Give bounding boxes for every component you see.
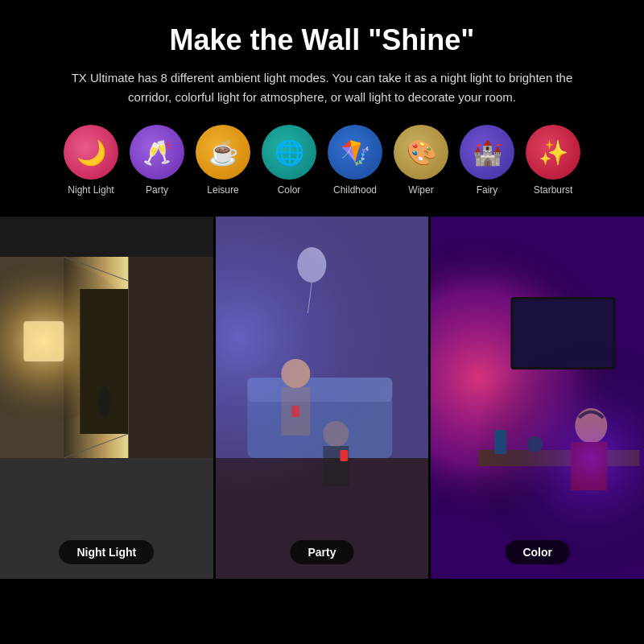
photo-label-night: Night Light	[59, 540, 154, 564]
photo-panel-night: Night Light	[0, 217, 213, 579]
top-section: Make the Wall "Shine" TX Ultimate has 8 …	[0, 0, 644, 217]
mode-label-night-light: Night Light	[68, 184, 114, 196]
mode-label-fairy: Fairy	[477, 184, 498, 196]
mode-circle-leisure: ☕	[196, 125, 250, 180]
mode-label-leisure: Leisure	[207, 184, 238, 196]
mode-item-color[interactable]: 🌐 Color	[262, 125, 316, 196]
photo-panel-party: Party	[216, 217, 429, 579]
subtitle-text: TX Ultimate has 8 different ambient ligh…	[48, 68, 596, 107]
mode-circle-party: 🥂	[130, 125, 184, 180]
mode-item-childhood[interactable]: 🪁 Childhood	[328, 125, 382, 196]
svg-rect-3	[128, 257, 213, 458]
photo-label-color: Color	[505, 540, 570, 564]
mode-label-wiper: Wiper	[408, 184, 433, 196]
mode-label-starburst: Starburst	[534, 184, 573, 196]
main-title: Make the Wall "Shine"	[32, 23, 612, 57]
svg-point-10	[97, 386, 110, 418]
mode-item-fairy[interactable]: 🏰 Fairy	[460, 125, 514, 196]
modes-row: 🌙 Night Light 🥂 Party ☕ Leisure 🌐 Color …	[32, 125, 612, 196]
mode-label-party: Party	[146, 184, 168, 196]
mode-circle-night-light: 🌙	[64, 125, 118, 180]
mode-item-wiper[interactable]: 🎨 Wiper	[394, 125, 448, 196]
svg-rect-1	[0, 217, 213, 257]
photo-panel-color: Color	[431, 217, 644, 579]
photo-label-party: Party	[290, 540, 353, 564]
mode-item-leisure[interactable]: ☕ Leisure	[196, 125, 250, 196]
mode-item-night-light[interactable]: 🌙 Night Light	[64, 125, 118, 196]
mode-circle-wiper: 🎨	[394, 125, 448, 180]
mode-label-childhood: Childhood	[333, 184, 377, 196]
mode-circle-starburst: ✨	[526, 125, 580, 180]
svg-rect-23	[216, 217, 429, 579]
mode-item-party[interactable]: 🥂 Party	[130, 125, 184, 196]
svg-line-8	[64, 434, 128, 458]
mode-label-color: Color	[278, 184, 301, 196]
mode-circle-childhood: 🪁	[328, 125, 382, 180]
mode-circle-fairy: 🏰	[460, 125, 514, 180]
photos-section: Night Light	[0, 217, 644, 579]
svg-rect-33	[431, 217, 644, 579]
mode-circle-color: 🌐	[262, 125, 316, 180]
mode-item-starburst[interactable]: ✨ Starburst	[526, 125, 580, 196]
